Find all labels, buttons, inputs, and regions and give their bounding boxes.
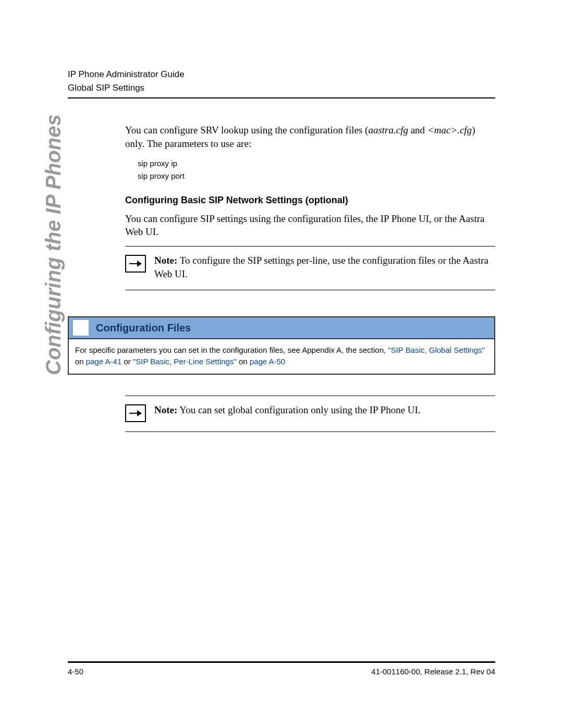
config-mid-2: or — [121, 357, 133, 366]
link-page-a41[interactable]: page A-41 — [86, 357, 121, 366]
note-block-2: Note: You can set global configuration o… — [125, 396, 495, 432]
param-list: sip proxy ip sip proxy port — [138, 157, 495, 182]
banner-square-icon — [73, 320, 89, 336]
page: IP Phone Administrator Guide Global SIP … — [0, 0, 563, 728]
sidebar-chapter-title: Configuring the IP Phones — [42, 114, 65, 375]
header-rule — [68, 97, 495, 98]
note-2-body: You can set global configuration only us… — [177, 404, 420, 415]
link-sip-basic-perline[interactable]: "SIP Basic, Per-Line Settings" — [133, 357, 237, 366]
note-2-text: Note: You can set global configuration o… — [154, 403, 495, 417]
note-2-label: Note: — [154, 404, 177, 415]
intro-text-1: You can configure SRV lookup using the c… — [125, 125, 368, 135]
config-body-pre: For specific parameters you can set in t… — [75, 346, 388, 354]
arrow-right-icon — [125, 404, 146, 422]
config-banner-title: Configuration Files — [96, 322, 191, 334]
note-1-text: Note: To configure the SIP settings per-… — [154, 254, 495, 280]
subtext: You can configure SIP settings using the… — [125, 212, 495, 239]
footer-row: 4-50 41-001160-00, Release 2.1, Rev 04 — [68, 667, 495, 676]
config-mid-3: on — [237, 357, 250, 366]
intro-file-2: <mac>.cfg — [427, 125, 472, 135]
subheading: Configuring Basic SIP Network Settings (… — [125, 194, 495, 206]
page-footer: 4-50 41-001160-00, Release 2.1, Rev 04 — [68, 661, 495, 676]
note-1-label: Note: — [154, 255, 177, 266]
param-2: sip proxy port — [138, 170, 495, 182]
footer-rule — [68, 661, 495, 663]
arrow-right-icon — [125, 255, 146, 273]
page-header: IP Phone Administrator Guide Global SIP … — [68, 68, 495, 98]
body-content-2: Note: You can set global configuration o… — [125, 396, 495, 432]
doc-revision: 41-001160-00, Release 2.1, Rev 04 — [371, 667, 495, 676]
config-banner: Configuration Files — [68, 316, 495, 339]
page-number: 4-50 — [68, 667, 83, 676]
header-line-2: Global SIP Settings — [68, 81, 495, 95]
intro-text-2: and — [408, 125, 427, 135]
note-block-1: Note: To configure the SIP settings per-… — [125, 246, 495, 290]
param-1: sip proxy ip — [138, 157, 495, 170]
config-mid-1: on — [75, 357, 86, 366]
note-1-body: To configure the SIP settings per-line, … — [154, 255, 488, 279]
body-content: You can configure SRV lookup using the c… — [125, 124, 495, 290]
config-body: For specific parameters you can set in t… — [68, 339, 495, 375]
header-line-1: IP Phone Administrator Guide — [68, 68, 495, 81]
link-page-a50[interactable]: page A-50 — [250, 357, 285, 366]
intro-file-1: aastra.cfg — [368, 125, 408, 135]
intro-paragraph: You can configure SRV lookup using the c… — [125, 124, 495, 150]
config-files-section: Configuration Files For specific paramet… — [68, 316, 495, 375]
link-sip-basic-global[interactable]: "SIP Basic, Global Settings" — [388, 346, 484, 354]
